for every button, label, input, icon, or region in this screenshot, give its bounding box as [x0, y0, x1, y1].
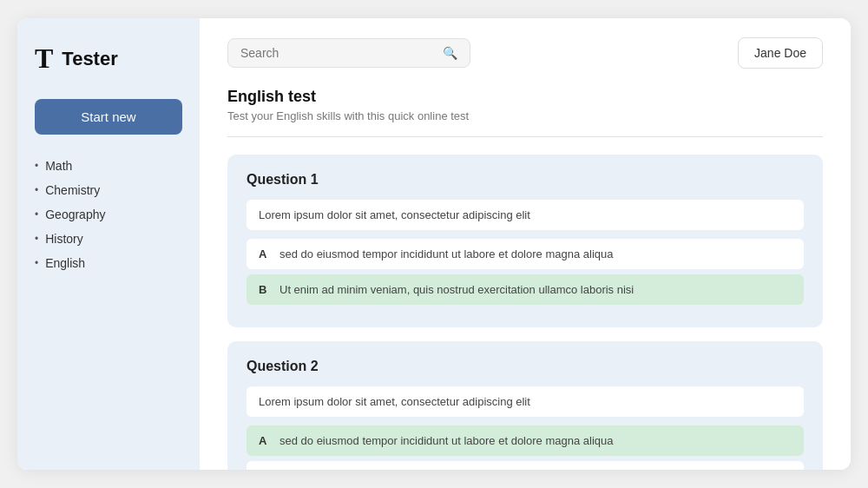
answer-option-q1-a[interactable]: Ased do eiusmod tempor incididunt ut lab…: [247, 239, 804, 269]
app-container: T Tester Start new MathChemistryGeograph…: [17, 18, 851, 470]
logo-area: T Tester: [35, 43, 182, 75]
sidebar-nav-item[interactable]: Geography: [35, 208, 182, 221]
option-text-q1-a: sed do eiusmod tempor incididunt ut labo…: [279, 247, 613, 260]
page-title: English test: [227, 88, 823, 106]
answer-option-q2-a[interactable]: Ased do eiusmod tempor incididunt ut lab…: [247, 425, 804, 456]
answer-option-q2-b[interactable]: BUt enim ad minim veniam, quis nostrud e…: [247, 461, 804, 470]
sidebar-nav-item[interactable]: English: [35, 256, 182, 270]
option-label-q1-b: B: [259, 283, 271, 296]
search-input[interactable]: [240, 46, 436, 60]
search-icon: 🔍: [443, 46, 457, 60]
answer-option-q1-b[interactable]: BUt enim ad minim veniam, quis nostrud e…: [247, 274, 804, 305]
option-label-q2-a: A: [259, 434, 271, 447]
question-text-2: Lorem ipsum dolor sit amet, consectetur …: [247, 386, 804, 417]
sidebar-nav-item[interactable]: History: [35, 232, 182, 246]
user-badge[interactable]: Jane Doe: [738, 37, 823, 69]
search-box[interactable]: 🔍: [227, 38, 470, 68]
option-label-q1-a: A: [259, 247, 271, 260]
page-subtitle: Test your English skills with this quick…: [227, 109, 823, 122]
question-title-2: Question 2: [247, 359, 804, 374]
logo-icon: T: [35, 43, 53, 75]
nav-list: MathChemistryGeographyHistoryEnglish: [35, 159, 182, 270]
question-text-1: Lorem ipsum dolor sit amet, consectetur …: [247, 200, 804, 230]
option-text-q2-a: sed do eiusmod tempor incididunt ut labo…: [279, 434, 613, 447]
option-text-q1-b: Ut enim ad minim veniam, quis nostrud ex…: [279, 283, 634, 296]
questions-container: Question 1Lorem ipsum dolor sit amet, co…: [227, 155, 823, 470]
sidebar: T Tester Start new MathChemistryGeograph…: [17, 18, 200, 470]
question-card-2: Question 2Lorem ipsum dolor sit amet, co…: [227, 341, 823, 470]
sidebar-nav-item[interactable]: Math: [35, 159, 182, 173]
start-new-button[interactable]: Start new: [35, 99, 182, 135]
logo-text: Tester: [62, 48, 117, 70]
question-title-1: Question 1: [247, 172, 804, 188]
sidebar-nav-item[interactable]: Chemistry: [35, 183, 182, 197]
divider: [227, 136, 823, 137]
main-content: 🔍 Jane Doe English test Test your Englis…: [200, 18, 851, 470]
question-card-1: Question 1Lorem ipsum dolor sit amet, co…: [227, 155, 823, 327]
header: 🔍 Jane Doe: [227, 37, 823, 69]
